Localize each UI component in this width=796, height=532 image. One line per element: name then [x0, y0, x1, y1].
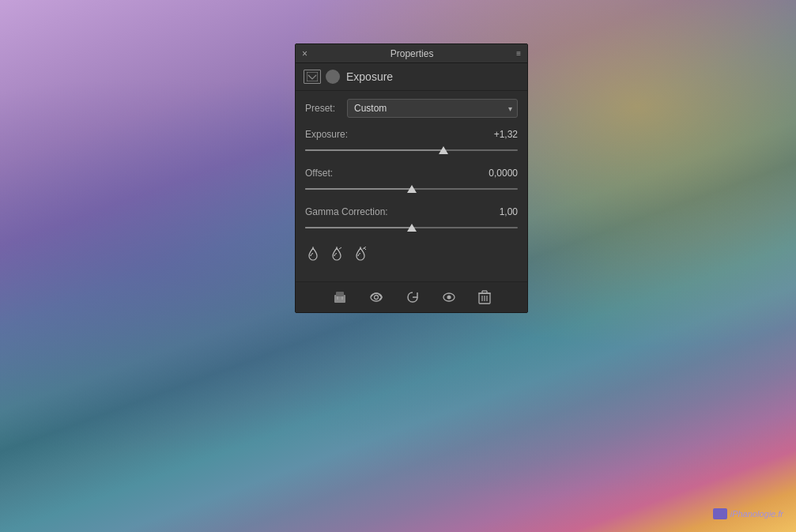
offset-header: Offset: 0,0000: [305, 168, 518, 179]
adjustment-title: Exposure: [346, 70, 393, 83]
svg-point-10: [374, 296, 378, 300]
watermark-icon: [713, 508, 727, 519]
toggle-visibility-button[interactable]: [439, 289, 459, 306]
panel-title: Properties: [390, 48, 434, 59]
watermark: iPhanologie.fr: [713, 508, 783, 519]
preset-row: Preset: Custom Default Softer Stronger: [305, 99, 518, 118]
view-previous-button[interactable]: [366, 289, 387, 306]
offset-fill: [305, 188, 412, 190]
svg-rect-0: [307, 72, 318, 81]
panel-titlebar: × Properties ≡: [296, 44, 527, 63]
panel-header: Exposure: [296, 63, 527, 91]
svg-rect-8: [336, 292, 344, 296]
properties-panel: × Properties ≡ Exposure Preset:: [295, 43, 528, 313]
offset-thumb[interactable]: [407, 185, 417, 193]
panel-toolbar: [296, 281, 527, 312]
exposure-fill: [305, 149, 443, 151]
gamma-slider-group: Gamma Correction: 1,00: [305, 206, 518, 234]
offset-bar: [305, 188, 518, 190]
eyedropper-white-point[interactable]: [353, 245, 368, 266]
clip-to-layer-button[interactable]: [330, 289, 350, 306]
offset-value: 0,0000: [489, 168, 518, 179]
preset-select-wrapper[interactable]: Custom Default Softer Stronger: [347, 99, 518, 118]
delete-button[interactable]: [475, 289, 494, 306]
exposure-label: Exposure:: [305, 129, 348, 140]
gamma-label: Gamma Correction:: [305, 206, 388, 217]
eyedropper-black-point[interactable]: [305, 245, 321, 266]
reset-button[interactable]: [402, 289, 423, 306]
exposure-thumb[interactable]: [439, 146, 448, 154]
gamma-fill: [305, 227, 412, 228]
exposure-bar: [305, 149, 518, 151]
panel-content: Preset: Custom Default Softer Stronger E…: [296, 91, 527, 281]
panel-close-button[interactable]: ×: [302, 48, 307, 59]
gamma-bar: [305, 227, 518, 228]
eyedropper-gray-point[interactable]: [329, 245, 345, 266]
eyedropper-row: [305, 245, 518, 266]
adjustment-icon[interactable]: [304, 70, 321, 84]
preset-label: Preset:: [305, 103, 341, 114]
header-icons: [304, 70, 340, 84]
offset-track[interactable]: [305, 183, 518, 195]
offset-slider-group: Offset: 0,0000: [305, 168, 518, 195]
exposure-header: Exposure: +1,32: [305, 129, 518, 140]
exposure-value: +1,32: [494, 129, 518, 140]
svg-line-3: [339, 247, 341, 249]
svg-point-12: [447, 296, 451, 300]
offset-label: Offset:: [305, 168, 333, 179]
watermark-text: iPhanologie.fr: [730, 509, 783, 519]
exposure-slider-group: Exposure: +1,32: [305, 129, 518, 157]
gamma-track[interactable]: [305, 221, 518, 234]
preset-select[interactable]: Custom Default Softer Stronger: [347, 99, 518, 118]
gamma-value: 1,00: [500, 206, 518, 217]
panel-menu-icon[interactable]: ≡: [516, 49, 521, 58]
gamma-thumb[interactable]: [407, 224, 417, 232]
exposure-track[interactable]: [305, 144, 518, 157]
gamma-header: Gamma Correction: 1,00: [305, 206, 518, 217]
layer-icon[interactable]: [326, 70, 340, 84]
